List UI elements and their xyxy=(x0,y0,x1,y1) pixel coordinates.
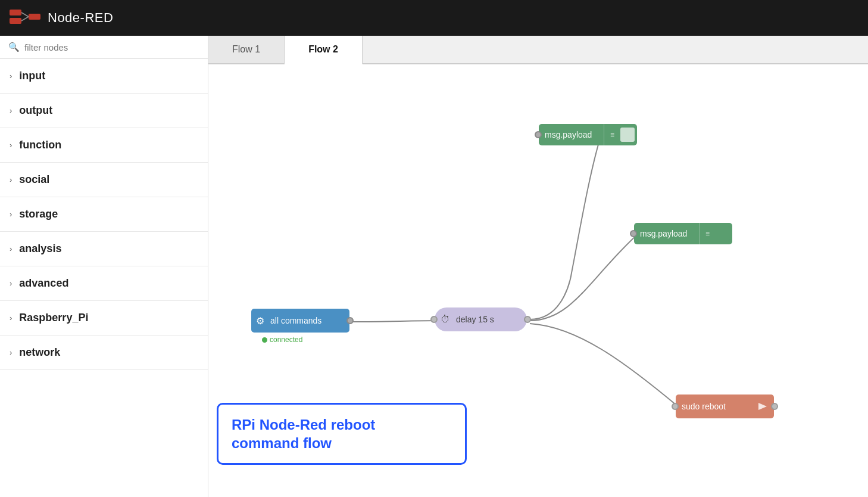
sidebar-item-network[interactable]: › network xyxy=(0,336,208,370)
node-toggle-1[interactable] xyxy=(620,128,635,142)
node-sudo-reboot-label: sudo reboot xyxy=(676,402,756,411)
port-left-msg2 xyxy=(630,230,637,237)
sidebar-label-social: social xyxy=(19,173,49,186)
status-dot xyxy=(262,337,267,343)
node-msg-payload-1[interactable]: msg.payload ≡ xyxy=(539,124,637,145)
chevron-icon-input: › xyxy=(10,72,12,80)
svg-line-3 xyxy=(21,13,29,17)
svg-line-4 xyxy=(21,17,29,21)
sidebar-items-container: › input› output› function› social› stora… xyxy=(0,59,208,370)
chevron-icon-storage: › xyxy=(10,210,12,219)
node-delay-label: delay 15 s xyxy=(450,315,527,324)
header: Node-RED xyxy=(0,0,868,36)
port-right-commands xyxy=(346,317,354,324)
comment-box[interactable]: RPi Node-Red rebootcommand flow xyxy=(217,403,467,465)
chevron-icon-output: › xyxy=(10,106,12,115)
sidebar-item-advanced[interactable]: › advanced xyxy=(0,266,208,301)
app-title: Node-RED xyxy=(48,10,113,26)
node-toggle-2[interactable] xyxy=(716,226,730,241)
sidebar-label-storage: storage xyxy=(19,208,58,220)
sidebar-label-raspberry-pi: Raspberry_Pi xyxy=(19,312,88,324)
node-red-logo xyxy=(10,7,40,29)
svg-marker-5 xyxy=(758,403,767,410)
chevron-icon-analysis: › xyxy=(10,244,12,253)
sidebar-label-advanced: advanced xyxy=(19,277,68,290)
chevron-icon-network: › xyxy=(10,348,12,357)
flow-canvas[interactable]: msg.payload ≡ msg.payload ≡ ⚙ all comman… xyxy=(208,64,868,497)
node-all-commands[interactable]: ⚙ all commands xyxy=(251,309,349,333)
node-delay[interactable]: ⏱ delay 15 s xyxy=(435,307,527,331)
sidebar-item-output[interactable]: › output xyxy=(0,94,208,128)
node-menu-btn-2[interactable]: ≡ xyxy=(699,223,716,244)
chevron-icon-social: › xyxy=(10,175,12,184)
sidebar-label-input: input xyxy=(19,70,45,82)
sidebar-item-analysis[interactable]: › analysis xyxy=(0,232,208,266)
search-input[interactable] xyxy=(24,42,199,52)
node-menu-btn-1[interactable]: ≡ xyxy=(604,124,620,145)
reboot-arrow-icon xyxy=(756,400,769,413)
canvas-area: Flow 1 Flow 2 msg.payload ≡ xyxy=(208,36,868,497)
main-layout: 🔍 › input› output› function› social› sto… xyxy=(0,36,868,497)
tab-bar: Flow 1 Flow 2 xyxy=(208,36,868,64)
tab-flow1[interactable]: Flow 1 xyxy=(208,36,285,63)
sidebar-label-output: output xyxy=(19,104,52,117)
node-msg-payload-2-label: msg.payload xyxy=(634,229,699,238)
sidebar-item-function[interactable]: › function xyxy=(0,128,208,163)
port-left-delay xyxy=(430,316,438,323)
search-bar[interactable]: 🔍 xyxy=(0,36,208,59)
node-sudo-reboot[interactable]: sudo reboot xyxy=(676,395,774,418)
status-label: connected xyxy=(270,336,302,344)
chevron-icon-function: › xyxy=(10,141,12,150)
sidebar-item-storage[interactable]: › storage xyxy=(0,197,208,232)
node-gear-icon: ⚙ xyxy=(251,315,264,327)
node-msg-payload-2[interactable]: msg.payload ≡ xyxy=(634,223,732,244)
svg-rect-0 xyxy=(10,10,21,15)
chevron-icon-raspberry-pi: › xyxy=(10,313,12,322)
sidebar-item-raspberry-pi[interactable]: › Raspberry_Pi xyxy=(0,301,208,336)
node-msg-payload-1-label: msg.payload xyxy=(539,130,604,139)
svg-rect-2 xyxy=(29,14,40,20)
sidebar: 🔍 › input› output› function› social› sto… xyxy=(0,36,208,497)
svg-rect-1 xyxy=(10,18,21,24)
sidebar-label-analysis: analysis xyxy=(19,243,61,255)
comment-text: RPi Node-Red rebootcommand flow xyxy=(232,417,375,451)
port-left-msg1 xyxy=(535,131,542,138)
node-all-commands-label: all commands xyxy=(264,316,349,325)
sidebar-label-network: network xyxy=(19,346,60,359)
sidebar-label-function: function xyxy=(19,139,61,151)
port-right-reboot xyxy=(771,403,778,410)
port-left-reboot xyxy=(672,403,679,410)
tab-flow2[interactable]: Flow 2 xyxy=(285,36,363,64)
chevron-icon-advanced: › xyxy=(10,279,12,288)
search-icon: 🔍 xyxy=(8,42,20,52)
sidebar-item-social[interactable]: › social xyxy=(0,163,208,197)
sidebar-item-input[interactable]: › input xyxy=(0,59,208,94)
node-connected-status: connected xyxy=(262,336,302,344)
port-right-delay xyxy=(524,316,531,323)
